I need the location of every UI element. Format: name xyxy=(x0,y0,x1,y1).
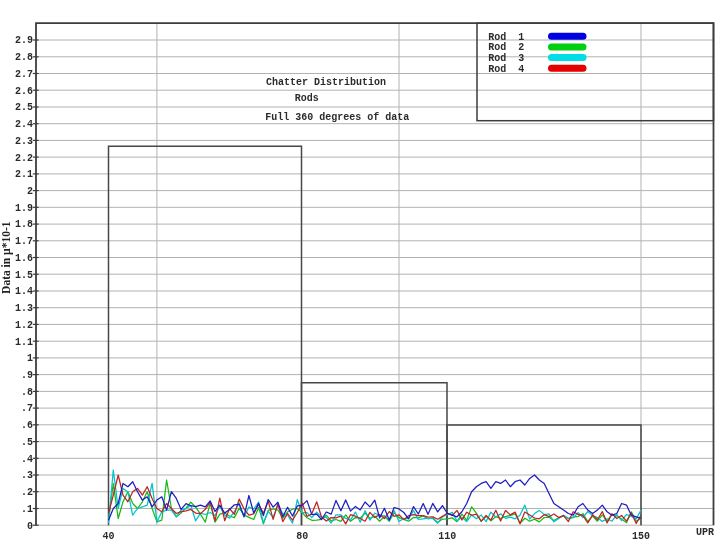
svg-text:1: 1 xyxy=(27,353,33,364)
svg-text:.8: .8 xyxy=(21,387,33,398)
svg-text:110: 110 xyxy=(438,531,456,542)
svg-text:2.3: 2.3 xyxy=(15,136,33,147)
svg-text:150: 150 xyxy=(632,531,650,542)
svg-text:.1: .1 xyxy=(21,504,33,515)
svg-text:2.8: 2.8 xyxy=(15,52,33,63)
svg-text:Rod 3: Rod 3 xyxy=(488,53,524,64)
svg-text:2.1: 2.1 xyxy=(15,169,33,180)
svg-text:40: 40 xyxy=(102,531,114,542)
svg-text:Rod 4: Rod 4 xyxy=(488,64,524,75)
svg-text:.3: .3 xyxy=(21,470,33,481)
svg-text:.9: .9 xyxy=(21,370,33,381)
svg-text:.4: .4 xyxy=(21,454,33,465)
svg-text:1.7: 1.7 xyxy=(15,236,33,247)
svg-text:2.4: 2.4 xyxy=(15,119,33,130)
svg-text:.6: .6 xyxy=(21,420,33,431)
svg-text:Chatter Distribution: Chatter Distribution xyxy=(266,77,386,88)
svg-text:0: 0 xyxy=(27,521,33,532)
svg-text:1.4: 1.4 xyxy=(15,286,33,297)
svg-text:2.9: 2.9 xyxy=(15,35,33,46)
svg-text:1.9: 1.9 xyxy=(15,203,33,214)
svg-text:2.7: 2.7 xyxy=(15,69,33,80)
svg-text:2.6: 2.6 xyxy=(15,86,33,97)
svg-text:.2: .2 xyxy=(21,487,33,498)
svg-text:1.1: 1.1 xyxy=(15,337,33,348)
svg-text:2.2: 2.2 xyxy=(15,153,33,164)
svg-text:Data in µ*10-1: Data in µ*10-1 xyxy=(1,221,14,294)
svg-text:1.5: 1.5 xyxy=(15,270,33,281)
svg-text:1.3: 1.3 xyxy=(15,303,33,314)
svg-text:2: 2 xyxy=(27,186,33,197)
svg-text:2.5: 2.5 xyxy=(15,102,33,113)
svg-text:Rod 1: Rod 1 xyxy=(488,32,524,43)
svg-text:80: 80 xyxy=(296,531,308,542)
svg-text:.7: .7 xyxy=(21,403,33,414)
svg-text:1.2: 1.2 xyxy=(15,320,33,331)
svg-text:Full 360 degrees of data: Full 360 degrees of data xyxy=(265,112,409,123)
svg-text:Rods: Rods xyxy=(295,93,319,104)
svg-text:UPR: UPR xyxy=(696,527,714,538)
svg-text:.5: .5 xyxy=(21,437,33,448)
svg-text:1.6: 1.6 xyxy=(15,253,33,264)
svg-text:Rod 2: Rod 2 xyxy=(488,42,524,53)
svg-text:1.8: 1.8 xyxy=(15,219,33,230)
